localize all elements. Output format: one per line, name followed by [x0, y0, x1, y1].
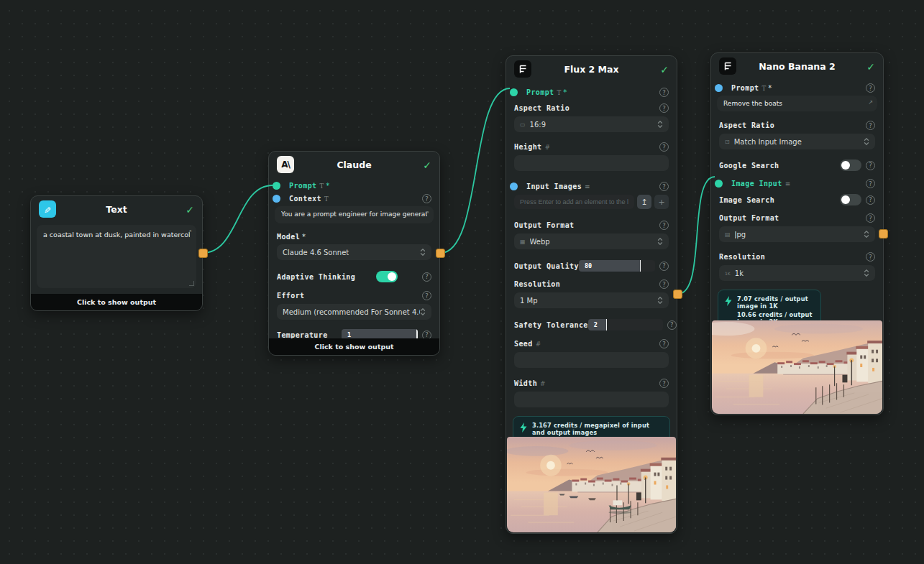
text-output-handle[interactable]: [198, 249, 208, 258]
output-format-label: Output Format: [514, 221, 574, 229]
adaptive-thinking-toggle[interactable]: [376, 271, 398, 282]
output-quality-help-icon[interactable]: [659, 262, 669, 271]
show-output-label: Click to show output: [314, 343, 393, 351]
prompt-input-port[interactable]: [273, 182, 280, 190]
prompt-value: Remove the boats: [723, 100, 871, 107]
effort-select[interactable]: Medium (recommended For Sonnet 4.6): [277, 304, 431, 320]
flux-output-handle[interactable]: [673, 290, 682, 299]
aspect-ratio-select[interactable]: ⊡ Match Input Image: [719, 134, 875, 149]
safety-tolerance-slider[interactable]: 2: [588, 319, 663, 330]
resolution-help-icon[interactable]: [866, 252, 875, 262]
show-output-button[interactable]: Click to show output: [31, 294, 202, 310]
width-help-icon[interactable]: [659, 379, 669, 388]
output-format-help-icon[interactable]: [866, 213, 875, 223]
input-images-help-icon[interactable]: [659, 182, 669, 191]
resolution-label: Resolution: [719, 253, 765, 261]
image-input-port-row[interactable]: Image Input: [719, 179, 875, 188]
flux-prompt-port-row[interactable]: Prompt: [514, 88, 669, 97]
seed-input[interactable]: [514, 352, 669, 368]
node-title: Flux 2 Max: [506, 64, 677, 75]
aspect-ratio-help-icon[interactable]: [659, 103, 669, 113]
resolution-help-icon[interactable]: [659, 279, 669, 289]
number-type-icon: [545, 144, 551, 151]
nano-output-handle[interactable]: [879, 229, 888, 239]
image-search-help-icon[interactable]: [866, 195, 875, 205]
prompt-input-port[interactable]: [715, 84, 723, 92]
image-input-help-icon[interactable]: [866, 179, 875, 188]
success-check-icon: [423, 158, 431, 172]
context-input-port[interactable]: [273, 195, 280, 203]
adaptive-thinking-label: Adaptive Thinking: [277, 273, 355, 281]
safety-tolerance-label: Safety Tolerance: [514, 321, 588, 329]
model-provider-logo-icon: [723, 62, 733, 71]
output-format-select[interactable]: ▦ Webp: [514, 234, 669, 249]
input-images-field[interactable]: [514, 195, 634, 209]
google-search-toggle[interactable]: [840, 160, 861, 171]
nano-node-header[interactable]: Nano Banana 2: [711, 53, 883, 79]
model-select[interactable]: Claude 4.6 Sonnet: [277, 244, 431, 260]
input-images-label: Input Images: [526, 182, 582, 190]
nano-prompt-port-row[interactable]: Prompt: [719, 83, 875, 93]
aspect-ratio-value: Match Input Image: [734, 138, 802, 146]
image-input-port[interactable]: [715, 180, 723, 188]
input-images-port[interactable]: [510, 182, 518, 190]
prompt-input-port[interactable]: [510, 88, 518, 96]
claude-node[interactable]: A\ Claude Prompt Context You are a promp…: [268, 151, 440, 356]
claude-output-handle[interactable]: [436, 249, 445, 258]
text-type-icon: [762, 85, 767, 92]
nano-output-image-preview[interactable]: [712, 320, 882, 414]
output-format-help-icon[interactable]: [659, 221, 669, 230]
chevron-updown-icon: [657, 120, 663, 129]
expand-icon[interactable]: [424, 210, 429, 216]
nano-banana-2-node[interactable]: Nano Banana 2 Prompt Remove the boats As…: [710, 52, 884, 415]
output-quality-slider[interactable]: 80: [579, 260, 655, 272]
text-node-header[interactable]: Text: [31, 196, 202, 222]
expand-icon[interactable]: [187, 228, 192, 235]
effort-help-icon[interactable]: [422, 291, 431, 300]
width-input[interactable]: [514, 392, 669, 407]
claude-context-port-row[interactable]: Context: [277, 194, 431, 203]
resolution-select[interactable]: 1K 1k: [719, 265, 875, 281]
show-output-button[interactable]: Click to show output: [269, 338, 439, 355]
text-value-textarea[interactable]: a coastal town at dusk, painted in water…: [37, 225, 196, 288]
chevron-updown-icon: [864, 137, 869, 146]
claude-node-header[interactable]: A\ Claude: [269, 152, 439, 177]
expand-icon[interactable]: [868, 99, 873, 106]
add-item-button[interactable]: [654, 195, 669, 209]
credits-line: 7.07 credits / output image in 1K: [737, 295, 814, 310]
google-search-label: Google Search: [719, 162, 779, 170]
resolution-select[interactable]: 1 Mp: [514, 292, 669, 308]
upload-button[interactable]: [637, 195, 651, 209]
seed-help-icon[interactable]: [659, 339, 669, 348]
context-help-icon[interactable]: [422, 194, 431, 203]
node-title: Claude: [269, 160, 439, 170]
safety-tolerance-help-icon[interactable]: [667, 320, 677, 330]
resize-handle[interactable]: [189, 281, 194, 286]
google-search-help-icon[interactable]: [866, 161, 875, 170]
prompt-label: Prompt: [289, 182, 317, 190]
lightning-icon: [725, 296, 732, 306]
slider-caret[interactable]: [606, 319, 608, 330]
slider-caret[interactable]: [640, 260, 641, 272]
aspect-ratio-select[interactable]: ▭ 16:9: [514, 116, 669, 132]
adaptive-thinking-help-icon[interactable]: [422, 272, 431, 282]
node-title: Nano Banana 2: [711, 61, 883, 72]
aspect-ratio-row: Aspect Ratio: [514, 103, 669, 113]
image-search-toggle[interactable]: [840, 194, 861, 205]
flux-output-image-preview[interactable]: [507, 437, 676, 532]
prompt-help-icon[interactable]: [659, 88, 669, 97]
height-help-icon[interactable]: [659, 142, 669, 152]
claude-prompt-port-row[interactable]: Prompt: [277, 182, 431, 190]
flux-2-max-node[interactable]: Flux 2 Max Prompt Aspect Ratio ▭ 16:9 He…: [506, 55, 677, 534]
text-type-icon: [557, 89, 562, 96]
flux-node-header[interactable]: Flux 2 Max: [506, 56, 677, 82]
context-textarea[interactable]: You are a prompt engineer for image gene…: [275, 206, 434, 223]
aspect-ratio-help-icon[interactable]: [866, 121, 875, 130]
prompt-help-icon[interactable]: [866, 83, 875, 93]
text-node[interactable]: Text a coastal town at dusk, painted in …: [30, 195, 203, 311]
output-format-select[interactable]: ▤ Jpg: [719, 226, 875, 242]
prompt-textarea[interactable]: Remove the boats: [717, 96, 877, 111]
input-images-port-row[interactable]: Input Images: [514, 182, 669, 191]
height-input[interactable]: [514, 155, 669, 171]
output-format-label: Output Format: [719, 214, 779, 222]
